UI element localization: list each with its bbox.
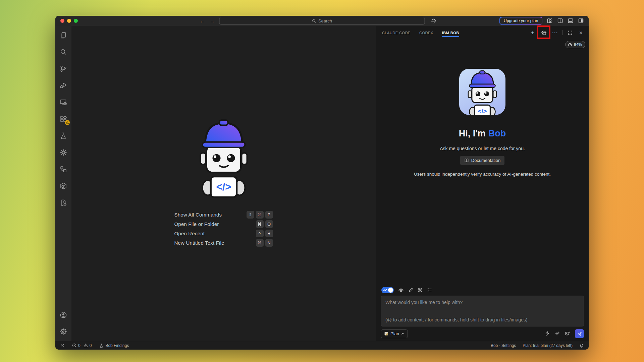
package-icon[interactable] [59, 182, 67, 190]
book-icon [464, 158, 469, 163]
usage-percent: 94% [574, 42, 582, 47]
shuffle-icon[interactable] [418, 288, 423, 293]
svg-text:</>: </> [478, 108, 487, 115]
title-bar: ← → Search Upgrade your plan [55, 16, 589, 26]
search-input[interactable]: Search [219, 17, 425, 25]
close-window-button[interactable] [60, 19, 64, 23]
source-control-icon[interactable] [59, 65, 67, 73]
bell-icon [579, 343, 584, 348]
warning-count: 0 [90, 343, 92, 348]
upgrade-plan-label: Upgrade your plan [500, 17, 542, 24]
settings-gear-sidebar-icon[interactable] [59, 328, 67, 336]
greeting-subtitle: Ask me questions or let me code for you. [440, 146, 525, 151]
plan-status-item[interactable]: Plan: trial plan (27 days left) [523, 343, 573, 348]
expand-icon[interactable] [566, 29, 574, 36]
tab-ibm-bob[interactable]: IBM BOB [442, 28, 459, 37]
explorer-icon[interactable] [59, 31, 67, 39]
remote-explorer-icon[interactable] [59, 98, 67, 106]
shortcut-label: Open Recent [174, 231, 205, 236]
tab-codex[interactable]: CODEX [419, 28, 433, 37]
documentation-button[interactable]: Documentation [460, 156, 504, 165]
key-letter: N [265, 239, 273, 247]
key-letter: R [265, 230, 273, 237]
notifications-bell[interactable] [579, 343, 584, 348]
code-settings-icon[interactable] [59, 199, 67, 207]
composer-toolbar [381, 286, 584, 294]
more-icon[interactable]: ⋯ [551, 29, 558, 36]
accounts-icon[interactable] [59, 311, 67, 319]
toggle-panel-icon[interactable] [567, 18, 574, 24]
key-letter: O [265, 220, 273, 228]
bob-spark-icon[interactable] [59, 148, 67, 157]
close-icon[interactable]: × [577, 29, 585, 36]
testing-icon[interactable] [59, 132, 67, 140]
extensions-warning-badge [65, 120, 70, 125]
mode-selector-button[interactable]: Plan [381, 329, 408, 338]
key-shift: ⇧ [247, 211, 254, 219]
shortcut-row: New Untitled Text File ⌘ N [174, 239, 273, 247]
ai-disclaimer: Users should independently verify accura… [414, 172, 551, 177]
greeting-title: Hi, I'm Bob [459, 128, 506, 139]
settings-gear-icon[interactable] [540, 29, 547, 36]
customize-layout-icon[interactable] [546, 18, 553, 24]
shortcut-label: New Untitled Text File [174, 240, 224, 246]
zoom-window-button[interactable] [74, 19, 78, 23]
add-image-icon[interactable] [565, 331, 570, 336]
shortcut-row: Open Recent ^ R [174, 230, 273, 237]
status-right: Bob - Settings Plan: trial plan (27 days… [491, 343, 584, 348]
chevron-up-icon [401, 333, 405, 335]
tab-claude-code[interactable]: CLAUDE CODE [382, 28, 411, 37]
lightning-icon[interactable] [545, 331, 550, 336]
sparkle-icon[interactable] [555, 331, 560, 336]
key-letter: P [265, 211, 273, 219]
upgrade-plan-button[interactable]: Upgrade your plan [499, 17, 542, 25]
extensions-icon[interactable] [59, 115, 67, 123]
send-button[interactable] [575, 329, 584, 338]
message-input[interactable]: What would you like me to help with? (@ … [381, 296, 584, 326]
toggle-knob [388, 288, 393, 293]
forward-arrow-icon[interactable]: → [210, 18, 215, 24]
bob-hardhat-icon[interactable] [431, 18, 437, 24]
toggle-secondary-sidebar-icon[interactable] [578, 18, 584, 24]
symbols-icon[interactable] [59, 165, 67, 173]
problems-indicator[interactable]: 0 0 [72, 343, 92, 348]
bob-avatar: </> [459, 69, 505, 115]
mode-label: Plan [390, 331, 399, 336]
actions-divider [562, 30, 562, 35]
usage-badge: 94% [565, 41, 585, 48]
composer: What would you like me to help with? (@ … [376, 284, 589, 341]
key-cmd: ⌘ [256, 239, 264, 247]
search-sidebar-icon[interactable] [59, 48, 67, 56]
panel-actions: + ⋯ × [529, 29, 585, 36]
checklist-icon[interactable] [427, 288, 432, 293]
error-count: 0 [78, 343, 80, 348]
minimize-window-button[interactable] [67, 19, 71, 23]
add-icon[interactable]: + [529, 29, 536, 36]
key-cmd: ⌘ [256, 220, 264, 228]
shortcut-row: Show All Commands ⇧ ⌘ P [174, 211, 273, 219]
plan-note-icon [384, 331, 388, 336]
greeting-prefix: Hi, I'm [459, 128, 486, 139]
edit-icon[interactable] [408, 288, 413, 293]
bob-findings-item[interactable]: Bob Findings [99, 343, 129, 348]
remote-icon [60, 343, 65, 348]
split-editor-icon[interactable] [557, 18, 563, 24]
auto-approve-toggle[interactable] [381, 287, 394, 293]
input-hint: (@ to add context, / for commands, hold … [385, 317, 579, 322]
bob-settings-item[interactable]: Bob - Settings [491, 343, 516, 348]
eye-icon[interactable] [398, 288, 404, 292]
findings-label: Bob Findings [105, 343, 129, 348]
remote-indicator[interactable] [60, 343, 65, 348]
panel-tabs: CLAUDE CODE CODEX IBM BOB [382, 28, 459, 37]
welcome-shortcuts: Show All Commands ⇧ ⌘ P Open File or Fol… [174, 211, 273, 247]
back-arrow-icon[interactable]: ← [200, 18, 205, 24]
shortcut-row: Open File or Folder ⌘ O [174, 220, 273, 228]
shortcut-label: Open File or Folder [174, 221, 219, 227]
desktop-background: { "titlebar": { "search_placeholder": "S… [0, 0, 644, 362]
app-window: ← → Search Upgrade your plan [55, 16, 589, 350]
panel-header: CLAUDE CODE CODEX IBM BOB + ⋯ [376, 26, 589, 39]
status-bar: 0 0 Bob Findings Bob - Settings Plan: tr… [55, 341, 589, 350]
warning-icon [84, 343, 88, 348]
run-debug-icon[interactable] [59, 81, 67, 89]
panel-body: 94% [376, 39, 589, 284]
